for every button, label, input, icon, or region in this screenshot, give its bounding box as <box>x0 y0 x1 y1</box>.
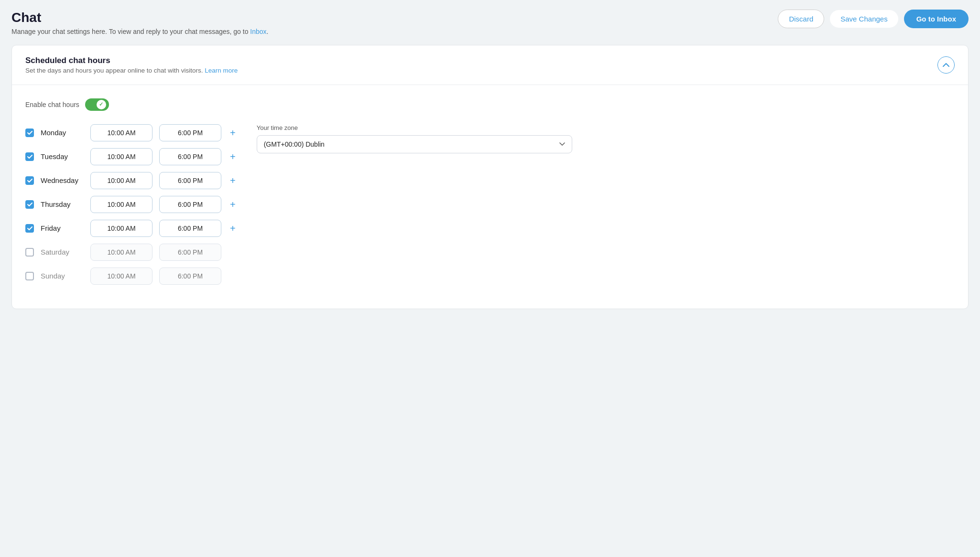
page-title: Chat <box>11 10 269 26</box>
end-time-friday[interactable] <box>159 220 221 237</box>
timezone-label: Your time zone <box>257 124 955 131</box>
start-time-sunday <box>90 268 152 285</box>
save-changes-button[interactable]: Save Changes <box>830 10 898 28</box>
check-icon <box>27 179 33 182</box>
start-time-monday[interactable] <box>90 124 152 141</box>
days-and-timezone: Monday+Tuesday+Wednesday+Thursday+Friday… <box>25 124 955 291</box>
page-wrapper: Chat Manage your chat settings here. To … <box>0 0 980 557</box>
start-time-friday[interactable] <box>90 220 152 237</box>
check-icon <box>27 226 33 230</box>
end-time-monday[interactable] <box>159 124 221 141</box>
page-header: Chat Manage your chat settings here. To … <box>11 10 969 35</box>
add-time-range-friday[interactable]: + <box>228 224 238 233</box>
end-time-thursday[interactable] <box>159 196 221 213</box>
subtitle-text: Manage your chat settings here. To view … <box>11 28 248 35</box>
check-icon <box>27 203 33 206</box>
toggle-thumb: ✓ <box>97 100 106 109</box>
start-time-thursday[interactable] <box>90 196 152 213</box>
card-header: Scheduled chat hours Set the days and ho… <box>12 45 968 85</box>
day-row: Friday+ <box>25 220 238 237</box>
page-subtitle: Manage your chat settings here. To view … <box>11 28 269 35</box>
enable-chat-hours-row: Enable chat hours ✓ <box>25 98 955 111</box>
end-time-sunday <box>159 268 221 285</box>
day-checkbox-wednesday[interactable] <box>25 176 34 185</box>
day-row: Sunday <box>25 268 238 285</box>
day-row: Thursday+ <box>25 196 238 213</box>
timezone-section: Your time zone (GMT-12:00) International… <box>257 124 955 291</box>
card-title: Scheduled chat hours <box>25 56 238 65</box>
enable-chat-hours-toggle[interactable]: ✓ <box>85 98 109 111</box>
go-to-inbox-button[interactable]: Go to Inbox <box>904 10 969 28</box>
discard-button[interactable]: Discard <box>778 10 824 28</box>
learn-more-link[interactable]: Learn more <box>205 67 238 74</box>
toggle-check-icon: ✓ <box>99 101 103 107</box>
days-section: Monday+Tuesday+Wednesday+Thursday+Friday… <box>25 124 238 291</box>
day-name-saturday: Saturday <box>41 248 84 256</box>
card-body: Enable chat hours ✓ Monday+Tuesday+Wedne… <box>12 85 968 309</box>
day-checkbox-friday[interactable] <box>25 224 34 233</box>
day-row: Wednesday+ <box>25 172 238 189</box>
enable-chat-hours-label: Enable chat hours <box>25 101 79 108</box>
start-time-tuesday[interactable] <box>90 148 152 165</box>
day-name-tuesday: Tuesday <box>41 152 84 161</box>
check-icon <box>27 155 33 159</box>
inbox-link[interactable]: Inbox <box>250 28 266 35</box>
day-name-thursday: Thursday <box>41 200 84 208</box>
add-time-range-monday[interactable]: + <box>228 128 238 138</box>
card-subtitle: Set the days and hours you appear online… <box>25 67 238 74</box>
chevron-up-icon <box>943 63 949 67</box>
day-row: Monday+ <box>25 124 238 141</box>
day-name-friday: Friday <box>41 224 84 232</box>
day-checkbox-sunday[interactable] <box>25 272 34 280</box>
day-row: Tuesday+ <box>25 148 238 165</box>
end-time-wednesday[interactable] <box>159 172 221 189</box>
collapse-button[interactable] <box>937 56 955 74</box>
add-time-range-tuesday[interactable]: + <box>228 152 238 161</box>
start-time-saturday <box>90 244 152 261</box>
day-row: Saturday <box>25 244 238 261</box>
day-checkbox-monday[interactable] <box>25 129 34 137</box>
timezone-select[interactable]: (GMT-12:00) International Date Line West… <box>257 135 572 153</box>
card-header-left: Scheduled chat hours Set the days and ho… <box>25 56 238 74</box>
end-time-saturday <box>159 244 221 261</box>
day-name-sunday: Sunday <box>41 272 84 280</box>
add-time-range-wednesday[interactable]: + <box>228 176 238 185</box>
scheduled-chat-hours-card: Scheduled chat hours Set the days and ho… <box>11 45 969 309</box>
end-time-tuesday[interactable] <box>159 148 221 165</box>
add-time-range-thursday[interactable]: + <box>228 200 238 209</box>
day-checkbox-saturday[interactable] <box>25 248 34 257</box>
header-actions: Discard Save Changes Go to Inbox <box>778 10 969 28</box>
day-name-wednesday: Wednesday <box>41 176 84 184</box>
header-left: Chat Manage your chat settings here. To … <box>11 10 269 35</box>
day-checkbox-tuesday[interactable] <box>25 152 34 161</box>
day-name-monday: Monday <box>41 129 84 137</box>
check-icon <box>27 131 33 135</box>
day-checkbox-thursday[interactable] <box>25 200 34 209</box>
start-time-wednesday[interactable] <box>90 172 152 189</box>
